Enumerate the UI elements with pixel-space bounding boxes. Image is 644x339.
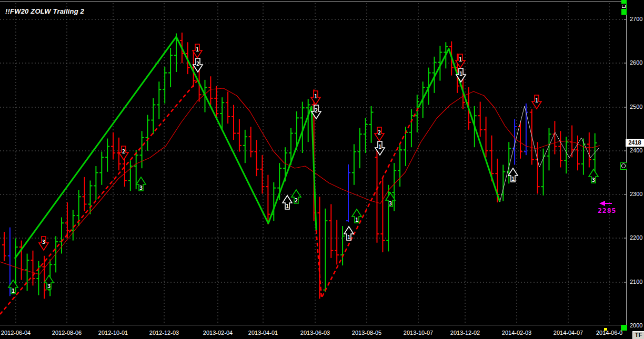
date-label: 2014-06-0	[596, 330, 622, 336]
signal-arrow-up-3: 3	[136, 177, 146, 191]
price-label: 2500	[630, 104, 642, 110]
signal-number: 3	[389, 201, 392, 207]
indicator-anchor-icon[interactable]	[620, 162, 627, 170]
signal-number: 2	[196, 61, 199, 67]
signal-arrow-down-2: 2	[375, 127, 384, 141]
time-axis: 2012-06-042012-08-062012-10-012012-12-03…	[0, 326, 631, 339]
signal-arrow-up-1: 1	[508, 168, 518, 182]
signal-number: 1	[347, 234, 350, 240]
chart-title: !!FW20 ZOLW Trailing 2	[5, 7, 84, 15]
signal-number: 1	[196, 47, 199, 53]
signal-number: 3	[47, 283, 51, 289]
signal-number: 2	[295, 198, 298, 203]
signal-number: 1	[355, 217, 358, 223]
signal-arrow-down-1: 1	[311, 91, 320, 105]
signal-arrow-up-2: 2	[291, 190, 301, 203]
scrollbar-bottom-thumb[interactable]	[621, 325, 627, 331]
date-label: 2014-04-07	[554, 330, 583, 336]
date-label: 2013-02-04	[203, 330, 233, 336]
date-label: 2013-10-07	[404, 330, 433, 336]
last-bar-marker	[604, 328, 607, 331]
price-label: 2000	[630, 322, 642, 328]
date-label: 2012-08-06	[52, 330, 82, 336]
date-label: 2013-06-03	[300, 330, 330, 336]
signal-number: 3	[592, 177, 595, 183]
date-label: 2012-10-01	[98, 330, 128, 336]
date-label: 2014-02-03	[502, 330, 531, 336]
trailing-stop-dashed-mid	[316, 108, 418, 298]
signal-number: 2	[315, 108, 318, 114]
price-label: 2100	[630, 279, 642, 285]
date-label: 2013-12-02	[450, 330, 480, 336]
signal-arrow-down-2: 2	[193, 58, 203, 72]
trailing-stop-price-tag: 2285	[598, 207, 615, 214]
price-label: 2600	[630, 59, 642, 66]
signal-number: 1	[314, 94, 317, 99]
signal-arrow-down-3: 3	[39, 237, 48, 250]
scrollbar-top-thumb[interactable]	[621, 0, 627, 15]
date-label: 2012-12-03	[149, 330, 179, 336]
signal-arrow-up-1: 1	[283, 196, 292, 209]
price-tag-arrow-head	[599, 201, 605, 206]
signal-number: 3	[42, 239, 45, 245]
signal-number: 1	[459, 71, 462, 77]
chart-plot-area[interactable]: 321212211111331211313	[0, 0, 644, 339]
date-label: 2012-06-04	[1, 330, 31, 336]
price-label: 2700	[630, 16, 642, 22]
zigzag-trend-green-left	[15, 37, 316, 259]
signal-number: 2	[122, 149, 125, 155]
signal-number: 1	[511, 176, 515, 182]
timeframe-button[interactable]: TF	[632, 331, 644, 339]
date-label: 2013-04-01	[248, 330, 278, 336]
signal-number: 1	[535, 98, 538, 104]
price-label: 2300	[630, 191, 642, 197]
signal-arrow-down-2: 2	[119, 146, 128, 160]
chart-window: !!FW20 ZOLW Trailing 2 32121221111133121…	[0, 0, 644, 339]
signal-arrow-up-3: 3	[44, 275, 54, 289]
signal-number: 1	[459, 57, 462, 63]
restore-window-icon[interactable]	[621, 4, 626, 9]
date-label: 2013-08-05	[352, 330, 381, 336]
signal-number: 1	[12, 288, 15, 294]
signal-number: 3	[139, 185, 143, 191]
signal-number: 2	[378, 130, 381, 136]
trailing-stop-dashed-left	[0, 79, 199, 314]
current-price-badge: 2418	[626, 139, 644, 147]
price-label: 2200	[630, 234, 642, 241]
signal-arrow-down-1: 1	[532, 95, 541, 109]
price-axis: 27002600250024002300220021002000	[627, 0, 644, 326]
price-label: 2400	[630, 147, 642, 153]
signal-number: 1	[286, 203, 289, 209]
signal-arrow-up-3: 3	[589, 169, 598, 183]
signal-number: 1	[378, 144, 381, 150]
